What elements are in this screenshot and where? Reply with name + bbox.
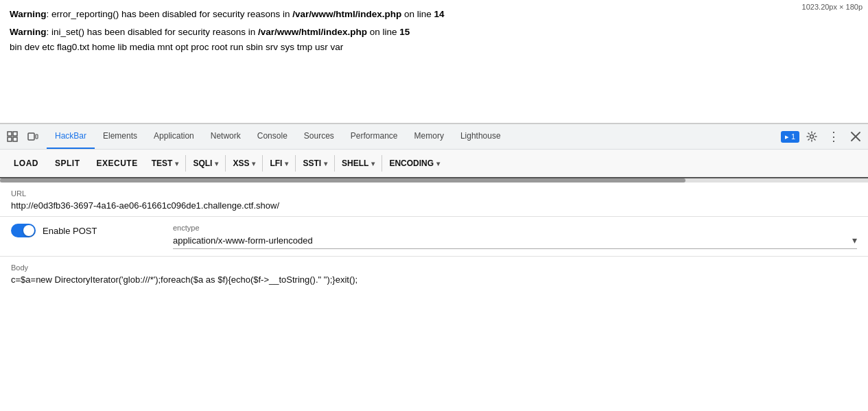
tabs-list: HackBar Elements Application Network Con… xyxy=(47,124,509,149)
divider-5 xyxy=(334,155,335,172)
test-dropdown[interactable]: TEST ▾ xyxy=(146,154,185,172)
tab-hackbar[interactable]: HackBar xyxy=(47,124,95,149)
warning1: Warning: error_reporting() has been disa… xyxy=(10,7,858,22)
lfi-dropdown[interactable]: LFI ▾ xyxy=(264,154,294,172)
device-toolbar-icon-btn[interactable] xyxy=(23,127,43,146)
warning2-on: on line xyxy=(367,27,399,37)
sqli-label: SQLI xyxy=(193,158,212,168)
warning2-label: Warning xyxy=(10,27,47,37)
hackbar-body: URL http://e0d3fb36-3697-4a16-ae06-61661… xyxy=(0,183,868,411)
warning1-on: on line xyxy=(401,9,434,19)
divider-2 xyxy=(225,155,226,172)
enable-post-toggle[interactable] xyxy=(11,224,36,237)
enctype-label: enctype xyxy=(173,224,857,232)
test-arrow-icon: ▾ xyxy=(175,160,178,167)
tab-sources[interactable]: Sources xyxy=(296,124,342,149)
url-value[interactable]: http://e0d3fb36-3697-4a16-ae06-61661c096… xyxy=(11,200,857,211)
svg-rect-4 xyxy=(28,133,34,140)
tab-application[interactable]: Application xyxy=(145,124,202,149)
enctype-value: application/x-www-form-urlencoded xyxy=(173,235,313,246)
post-toggle-group: Enable POST xyxy=(11,224,162,237)
page-size-label: 1023.20px × 180p xyxy=(802,3,863,11)
ssti-dropdown[interactable]: SSTI ▾ xyxy=(297,154,333,172)
inspect-icon-btn[interactable] xyxy=(3,127,22,146)
enctype-section: enctype application/x-www-form-urlencode… xyxy=(173,224,857,249)
tabs-right-controls: ▸ 1 ⋮ xyxy=(781,127,865,146)
encoding-label: ENCODING xyxy=(389,158,434,168)
console-badge-icon: ▸ xyxy=(785,132,789,141)
svg-rect-1 xyxy=(13,132,17,136)
lfi-arrow-icon: ▾ xyxy=(285,160,288,167)
scroll-thumb xyxy=(0,178,685,183)
more-options-icon-btn[interactable]: ⋮ xyxy=(824,127,843,146)
split-button[interactable]: SPLIT xyxy=(47,154,89,172)
hackbar-toolbar: LOAD SPLIT EXECUTE TEST ▾ SQLI ▾ XSS ▾ L… xyxy=(0,150,868,178)
warning2-path: /var/www/html/index.php xyxy=(258,27,367,37)
encoding-arrow-icon: ▾ xyxy=(436,160,440,167)
sqli-arrow-icon: ▾ xyxy=(215,160,218,167)
load-button[interactable]: LOAD xyxy=(5,154,47,172)
warning2-line: 15 xyxy=(399,27,410,37)
tab-console[interactable]: Console xyxy=(249,124,296,149)
test-label: TEST xyxy=(152,158,173,168)
page-content: 1023.20px × 180p Warning: error_reportin… xyxy=(0,0,868,124)
tab-performance[interactable]: Performance xyxy=(342,124,406,149)
warning2: Warning: ini_set() has been disabled for… xyxy=(10,25,858,40)
svg-rect-2 xyxy=(8,137,12,141)
xss-arrow-icon: ▾ xyxy=(252,160,255,167)
tab-memory[interactable]: Memory xyxy=(406,124,452,149)
warning2-text: : ini_set() has been disabled for securi… xyxy=(47,27,258,37)
devtools-panel: HackBar Elements Application Network Con… xyxy=(0,124,868,411)
svg-rect-0 xyxy=(8,132,12,136)
body-label: Body xyxy=(11,263,857,272)
warning1-label: Warning xyxy=(10,9,47,19)
xss-label: XSS xyxy=(233,158,249,168)
close-devtools-btn[interactable] xyxy=(846,127,865,146)
shell-label: SHELL xyxy=(342,158,368,168)
dir-listing: bin dev etc flag0.txt home lib media mnt… xyxy=(10,42,858,52)
sqli-dropdown[interactable]: SQLI ▾ xyxy=(187,154,224,172)
warning1-line: 14 xyxy=(434,9,445,19)
svg-point-6 xyxy=(810,135,814,139)
body-value[interactable]: c=$a=new DirectoryIterator('glob:///*');… xyxy=(11,274,857,285)
horizontal-scrollbar[interactable] xyxy=(0,178,868,183)
divider-1 xyxy=(185,155,186,172)
devtools-tabs-bar: HackBar Elements Application Network Con… xyxy=(0,124,868,150)
enable-post-label: Enable POST xyxy=(43,226,97,236)
ssti-label: SSTI xyxy=(303,158,321,168)
toggle-knob xyxy=(23,225,34,236)
xss-dropdown[interactable]: XSS ▾ xyxy=(227,154,261,172)
url-label: URL xyxy=(11,189,857,198)
ssti-arrow-icon: ▾ xyxy=(324,160,327,167)
url-section: URL http://e0d3fb36-3697-4a16-ae06-61661… xyxy=(0,183,868,217)
shell-arrow-icon: ▾ xyxy=(371,160,375,167)
lfi-label: LFI xyxy=(270,158,282,168)
tab-elements[interactable]: Elements xyxy=(95,124,145,149)
tab-lighthouse[interactable]: Lighthouse xyxy=(452,124,509,149)
divider-3 xyxy=(262,155,263,172)
divider-4 xyxy=(295,155,296,172)
tab-network[interactable]: Network xyxy=(202,124,249,149)
post-enctype-row: Enable POST enctype application/x-www-fo… xyxy=(0,217,868,257)
console-badge-btn[interactable]: ▸ 1 xyxy=(781,131,799,143)
divider-6 xyxy=(382,155,382,172)
enctype-select[interactable]: application/x-www-form-urlencoded ▾ xyxy=(173,235,857,249)
console-badge-count: 1 xyxy=(791,132,795,141)
execute-button[interactable]: EXECUTE xyxy=(89,154,146,172)
svg-rect-3 xyxy=(13,137,17,141)
svg-rect-5 xyxy=(36,134,38,139)
encoding-dropdown[interactable]: ENCODING ▾ xyxy=(384,154,445,172)
body-section: Body c=$a=new DirectoryIterator('glob://… xyxy=(0,257,868,290)
shell-dropdown[interactable]: SHELL ▾ xyxy=(336,154,380,172)
warning1-text: : error_reporting() has been disabled fo… xyxy=(47,9,293,19)
enctype-chevron-icon: ▾ xyxy=(852,235,857,246)
settings-icon-btn[interactable] xyxy=(802,127,821,146)
warning1-path: /var/www/html/index.php xyxy=(292,9,401,19)
